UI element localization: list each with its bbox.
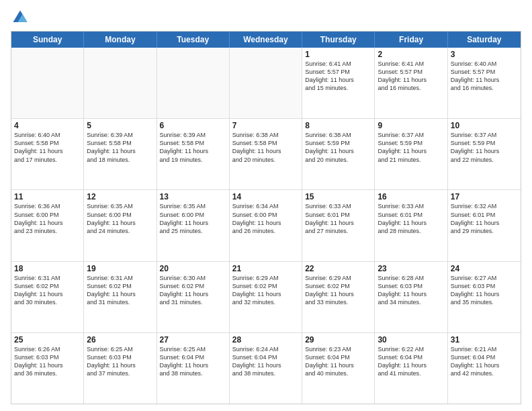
- cell-info: Sunrise: 6:41 AM Sunset: 5:57 PM Dayligh…: [378, 60, 444, 93]
- cell-info: Sunrise: 6:38 AM Sunset: 5:58 PM Dayligh…: [232, 131, 299, 164]
- cell-info: Sunrise: 6:25 AM Sunset: 6:03 PM Dayligh…: [87, 345, 153, 378]
- calendar-cell: [157, 48, 230, 118]
- day-number: 20: [160, 264, 226, 273]
- calendar-cell: 8Sunrise: 6:38 AM Sunset: 5:59 PM Daylig…: [302, 119, 375, 189]
- calendar-body: 1Sunrise: 6:41 AM Sunset: 5:57 PM Daylig…: [11, 48, 521, 404]
- day-number: 17: [451, 192, 518, 201]
- cell-info: Sunrise: 6:35 AM Sunset: 6:00 PM Dayligh…: [87, 202, 153, 235]
- calendar-cell: 31Sunrise: 6:21 AM Sunset: 6:04 PM Dayli…: [448, 333, 521, 404]
- cell-info: Sunrise: 6:30 AM Sunset: 6:02 PM Dayligh…: [160, 274, 226, 307]
- day-number: 23: [378, 264, 444, 273]
- day-number: 12: [87, 192, 153, 201]
- header-day: Sunday: [11, 32, 84, 48]
- calendar-cell: 13Sunrise: 6:35 AM Sunset: 6:00 PM Dayli…: [157, 190, 230, 261]
- header-day: Saturday: [448, 32, 521, 48]
- day-number: 9: [378, 121, 444, 130]
- calendar-cell: 27Sunrise: 6:25 AM Sunset: 6:04 PM Dayli…: [157, 333, 230, 404]
- header-day: Thursday: [302, 32, 375, 48]
- logo-icon: [11, 8, 30, 27]
- calendar-cell: 26Sunrise: 6:25 AM Sunset: 6:03 PM Dayli…: [84, 333, 157, 404]
- calendar-cell: 14Sunrise: 6:34 AM Sunset: 6:00 PM Dayli…: [230, 190, 302, 261]
- calendar-cell: 5Sunrise: 6:39 AM Sunset: 5:58 PM Daylig…: [84, 119, 157, 189]
- cell-info: Sunrise: 6:34 AM Sunset: 6:00 PM Dayligh…: [232, 202, 299, 235]
- calendar-cell: [11, 48, 84, 118]
- header-day: Friday: [375, 32, 447, 48]
- calendar-cell: 17Sunrise: 6:32 AM Sunset: 6:01 PM Dayli…: [448, 190, 521, 261]
- day-number: 1: [305, 50, 371, 59]
- day-number: 4: [14, 121, 81, 130]
- calendar-cell: 20Sunrise: 6:30 AM Sunset: 6:02 PM Dayli…: [157, 262, 230, 332]
- calendar-cell: 21Sunrise: 6:29 AM Sunset: 6:02 PM Dayli…: [230, 262, 302, 332]
- calendar-cell: 12Sunrise: 6:35 AM Sunset: 6:00 PM Dayli…: [84, 190, 157, 261]
- calendar-cell: 18Sunrise: 6:31 AM Sunset: 6:02 PM Dayli…: [11, 262, 84, 332]
- calendar-cell: 24Sunrise: 6:27 AM Sunset: 6:03 PM Dayli…: [448, 262, 521, 332]
- cell-info: Sunrise: 6:27 AM Sunset: 6:03 PM Dayligh…: [451, 274, 518, 307]
- cell-info: Sunrise: 6:23 AM Sunset: 6:04 PM Dayligh…: [305, 345, 371, 378]
- day-number: 8: [305, 121, 371, 130]
- calendar-cell: 2Sunrise: 6:41 AM Sunset: 5:57 PM Daylig…: [375, 48, 447, 118]
- day-number: 26: [87, 335, 153, 345]
- calendar: SundayMondayTuesdayWednesdayThursdayFrid…: [11, 31, 521, 404]
- day-number: 15: [305, 192, 371, 201]
- cell-info: Sunrise: 6:38 AM Sunset: 5:59 PM Dayligh…: [305, 131, 371, 164]
- day-number: 21: [232, 264, 299, 273]
- day-number: 29: [305, 335, 371, 345]
- day-number: 31: [451, 335, 518, 345]
- calendar-cell: 6Sunrise: 6:39 AM Sunset: 5:58 PM Daylig…: [157, 119, 230, 189]
- day-number: 28: [232, 335, 299, 345]
- cell-info: Sunrise: 6:39 AM Sunset: 5:58 PM Dayligh…: [87, 131, 153, 164]
- cell-info: Sunrise: 6:22 AM Sunset: 6:04 PM Dayligh…: [378, 345, 444, 378]
- calendar-cell: 1Sunrise: 6:41 AM Sunset: 5:57 PM Daylig…: [302, 48, 375, 118]
- header-day: Wednesday: [230, 32, 302, 48]
- calendar-cell: 28Sunrise: 6:24 AM Sunset: 6:04 PM Dayli…: [230, 333, 302, 404]
- day-number: 2: [378, 50, 444, 59]
- day-number: 25: [14, 335, 81, 345]
- calendar-row: 18Sunrise: 6:31 AM Sunset: 6:02 PM Dayli…: [11, 262, 521, 333]
- cell-info: Sunrise: 6:33 AM Sunset: 6:01 PM Dayligh…: [305, 202, 371, 235]
- calendar-cell: 23Sunrise: 6:28 AM Sunset: 6:03 PM Dayli…: [375, 262, 447, 332]
- header-day: Tuesday: [157, 32, 230, 48]
- day-number: 13: [160, 192, 226, 201]
- cell-info: Sunrise: 6:26 AM Sunset: 6:03 PM Dayligh…: [14, 345, 81, 378]
- cell-info: Sunrise: 6:35 AM Sunset: 6:00 PM Dayligh…: [160, 202, 226, 235]
- calendar-cell: 19Sunrise: 6:31 AM Sunset: 6:02 PM Dayli…: [84, 262, 157, 332]
- day-number: 10: [451, 121, 518, 130]
- calendar-cell: 25Sunrise: 6:26 AM Sunset: 6:03 PM Dayli…: [11, 333, 84, 404]
- calendar-cell: 15Sunrise: 6:33 AM Sunset: 6:01 PM Dayli…: [302, 190, 375, 261]
- calendar-cell: 11Sunrise: 6:36 AM Sunset: 6:00 PM Dayli…: [11, 190, 84, 261]
- cell-info: Sunrise: 6:24 AM Sunset: 6:04 PM Dayligh…: [232, 345, 299, 378]
- day-number: 24: [451, 264, 518, 273]
- page: SundayMondayTuesdayWednesdayThursdayFrid…: [0, 0, 532, 411]
- day-number: 22: [305, 264, 371, 273]
- calendar-row: 4Sunrise: 6:40 AM Sunset: 5:58 PM Daylig…: [11, 119, 521, 190]
- calendar-row: 25Sunrise: 6:26 AM Sunset: 6:03 PM Dayli…: [11, 333, 521, 404]
- header-day: Monday: [84, 32, 157, 48]
- day-number: 6: [160, 121, 226, 130]
- day-number: 19: [87, 264, 153, 273]
- cell-info: Sunrise: 6:39 AM Sunset: 5:58 PM Dayligh…: [160, 131, 226, 164]
- calendar-cell: 30Sunrise: 6:22 AM Sunset: 6:04 PM Dayli…: [375, 333, 447, 404]
- day-number: 14: [232, 192, 299, 201]
- cell-info: Sunrise: 6:31 AM Sunset: 6:02 PM Dayligh…: [14, 274, 81, 307]
- cell-info: Sunrise: 6:29 AM Sunset: 6:02 PM Dayligh…: [232, 274, 299, 307]
- cell-info: Sunrise: 6:36 AM Sunset: 6:00 PM Dayligh…: [14, 202, 81, 235]
- day-number: 5: [87, 121, 153, 130]
- cell-info: Sunrise: 6:28 AM Sunset: 6:03 PM Dayligh…: [378, 274, 444, 307]
- calendar-row: 1Sunrise: 6:41 AM Sunset: 5:57 PM Daylig…: [11, 48, 521, 119]
- cell-info: Sunrise: 6:25 AM Sunset: 6:04 PM Dayligh…: [160, 345, 226, 378]
- day-number: 18: [14, 264, 81, 273]
- cell-info: Sunrise: 6:37 AM Sunset: 5:59 PM Dayligh…: [451, 131, 518, 164]
- calendar-cell: 7Sunrise: 6:38 AM Sunset: 5:58 PM Daylig…: [230, 119, 302, 189]
- cell-info: Sunrise: 6:29 AM Sunset: 6:02 PM Dayligh…: [305, 274, 371, 307]
- calendar-cell: 16Sunrise: 6:33 AM Sunset: 6:01 PM Dayli…: [375, 190, 447, 261]
- calendar-cell: 9Sunrise: 6:37 AM Sunset: 5:59 PM Daylig…: [375, 119, 447, 189]
- cell-info: Sunrise: 6:33 AM Sunset: 6:01 PM Dayligh…: [378, 202, 444, 235]
- cell-info: Sunrise: 6:32 AM Sunset: 6:01 PM Dayligh…: [451, 202, 518, 235]
- calendar-cell: 29Sunrise: 6:23 AM Sunset: 6:04 PM Dayli…: [302, 333, 375, 404]
- header: [11, 8, 521, 27]
- calendar-header: SundayMondayTuesdayWednesdayThursdayFrid…: [11, 32, 521, 48]
- calendar-cell: [84, 48, 157, 118]
- day-number: 30: [378, 335, 444, 345]
- cell-info: Sunrise: 6:41 AM Sunset: 5:57 PM Dayligh…: [305, 60, 371, 93]
- calendar-row: 11Sunrise: 6:36 AM Sunset: 6:00 PM Dayli…: [11, 190, 521, 261]
